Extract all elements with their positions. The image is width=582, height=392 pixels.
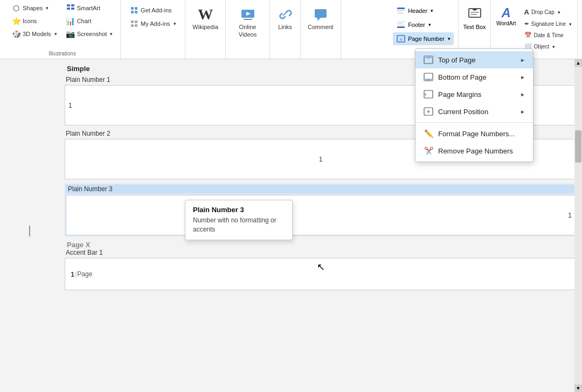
scroll-track[interactable]: [574, 67, 582, 384]
current-position-chevron: ►: [520, 109, 525, 115]
date-time-button[interactable]: 📅 Date & Time: [521, 30, 576, 40]
scroll-down-arrow[interactable]: ▼: [574, 384, 582, 392]
top-of-page-item[interactable]: 1 Top of Page ►: [415, 51, 533, 68]
svg-rect-17: [397, 8, 405, 9]
current-position-item[interactable]: 1 Current Position ►: [415, 103, 533, 120]
wikipedia-group: W Wikipedia: [185, 0, 226, 59]
svg-rect-2: [67, 8, 70, 10]
svg-rect-31: [470, 14, 477, 15]
page-x-label: Page X: [65, 241, 577, 249]
links-icon: [278, 7, 293, 22]
svg-rect-21: [397, 22, 405, 22]
page-number-dropdown: 1 Top of Page ► 1 Bottom of Page ► 1 Pag…: [415, 48, 534, 162]
illustrations-label: Illustrations: [48, 50, 76, 57]
drop-cap-icon: A: [524, 8, 529, 16]
svg-rect-1: [71, 4, 74, 6]
svg-rect-15: [315, 9, 327, 18]
scroll-thumb[interactable]: [575, 130, 581, 163]
scrollbar[interactable]: ▲ ▼: [574, 59, 582, 392]
links-button[interactable]: Links: [274, 5, 296, 32]
svg-rect-23: [397, 25, 405, 25]
shapes-icon: ⬡: [12, 4, 20, 12]
footer-icon: [396, 20, 406, 30]
page-number-icon: #: [396, 34, 406, 44]
wordart-icon: A: [502, 6, 511, 19]
icons-icon: ⭐: [12, 17, 20, 25]
drop-cap-button[interactable]: A Drop Cap ▾: [521, 6, 576, 18]
svg-rect-6: [131, 11, 134, 13]
plain-number-3-label: Plain Number 3: [66, 185, 576, 193]
header-button[interactable]: Header ▾: [393, 4, 454, 17]
tooltip-title: Plain Number 3: [193, 206, 285, 214]
svg-rect-0: [67, 4, 70, 6]
wikipedia-button[interactable]: W Wikipedia: [190, 5, 221, 32]
cursor-line: [30, 226, 30, 236]
tooltip-description: Number with no formatting or accents: [193, 216, 285, 234]
screenshot-icon: 📷: [66, 30, 75, 38]
bottom-of-page-icon: 1: [423, 72, 434, 82]
screenshot-dropdown-arrow: ▾: [110, 31, 113, 37]
svg-rect-7: [135, 11, 137, 13]
get-addins-button[interactable]: Get Add-ins: [127, 4, 179, 16]
plain-number-3-number: 1: [568, 212, 572, 219]
top-of-page-chevron: ►: [520, 57, 525, 63]
shapes-dropdown-arrow: ▾: [46, 5, 48, 11]
svg-rect-8: [131, 20, 134, 23]
addins-group: Get Add-ins My Add-ins ▾: [121, 0, 185, 59]
plain-number-3-item[interactable]: Plain Number 3 1 Plain Number 3 Number w…: [65, 184, 577, 236]
signature-icon: ✒: [524, 20, 529, 27]
3dmodels-icon: 🎲: [12, 30, 20, 38]
current-position-icon: 1: [423, 106, 434, 117]
comment-icon: [313, 7, 328, 22]
page-number-button[interactable]: # Page Number ▾: [393, 32, 454, 45]
svg-rect-9: [135, 20, 137, 23]
my-addins-button[interactable]: My Add-ins ▾: [127, 18, 179, 30]
online-videos-icon: [240, 7, 255, 22]
format-page-numbers-icon: ✏️: [423, 128, 434, 139]
comment-group: Comment: [301, 0, 341, 59]
shapes-button[interactable]: ⬡ Shapes ▾: [9, 2, 62, 14]
svg-rect-4: [131, 7, 134, 10]
accent-bar-1-preview[interactable]: 1 | Page: [65, 258, 577, 290]
bottom-of-page-item[interactable]: 1 Bottom of Page ►: [415, 68, 533, 86]
wordart-button[interactable]: A WordArt: [493, 4, 519, 52]
svg-marker-16: [317, 18, 321, 21]
signature-button[interactable]: ✒ Signature Line ▾: [521, 19, 576, 29]
3dmodels-button[interactable]: 🎲 3D Models ▾: [9, 28, 62, 40]
chart-icon: 📊: [66, 17, 75, 25]
illustrations-group: ⬡ Shapes ▾ SmartArt ⭐ Icons 📊 Chart: [4, 0, 121, 59]
3dmodels-dropdown-arrow: ▾: [54, 31, 57, 37]
smartart-button[interactable]: SmartArt: [63, 2, 116, 14]
page-margins-chevron: ►: [520, 92, 525, 97]
svg-rect-5: [135, 7, 137, 10]
scroll-up-arrow[interactable]: ▲: [574, 59, 582, 67]
svg-rect-3: [71, 8, 74, 10]
text-box-button[interactable]: Text Box: [461, 5, 488, 31]
plain-number-3-preview[interactable]: 1 Plain Number 3 Number with no formatti…: [66, 195, 576, 235]
online-videos-button[interactable]: Online Videos: [230, 5, 265, 40]
svg-rect-18: [397, 10, 405, 11]
accent-bar-1-item[interactable]: Accent Bar 1 1 | Page: [65, 249, 577, 290]
addins-icon: [130, 6, 138, 15]
chart-button[interactable]: 📊 Chart: [63, 15, 116, 27]
screenshot-button[interactable]: 📷 Screenshot ▾: [63, 28, 116, 40]
comment-button[interactable]: Comment: [305, 5, 336, 32]
icons-button[interactable]: ⭐ Icons: [9, 15, 62, 27]
footer-button[interactable]: Footer ▾: [393, 18, 454, 31]
wikipedia-icon: W: [198, 7, 213, 22]
my-addins-icon: [130, 19, 138, 28]
page-margins-icon: 1: [423, 89, 434, 100]
svg-text:#: #: [400, 37, 403, 42]
plain-number-2-number: 1: [319, 156, 323, 163]
svg-rect-14: [244, 19, 252, 20]
format-page-numbers-item[interactable]: ✏️ Format Page Numbers...: [415, 125, 533, 142]
svg-rect-22: [397, 23, 403, 24]
top-of-page-icon: 1: [423, 54, 434, 65]
remove-page-numbers-item[interactable]: ✂️ Remove Page Numbers: [415, 142, 533, 159]
page-margins-item[interactable]: 1 Page Margins ►: [415, 86, 533, 103]
remove-page-numbers-icon: ✂️: [423, 145, 434, 156]
smartart-icon: [66, 4, 75, 12]
links-group: Links: [270, 0, 301, 59]
svg-rect-11: [135, 24, 137, 27]
left-gutter: [0, 59, 59, 392]
